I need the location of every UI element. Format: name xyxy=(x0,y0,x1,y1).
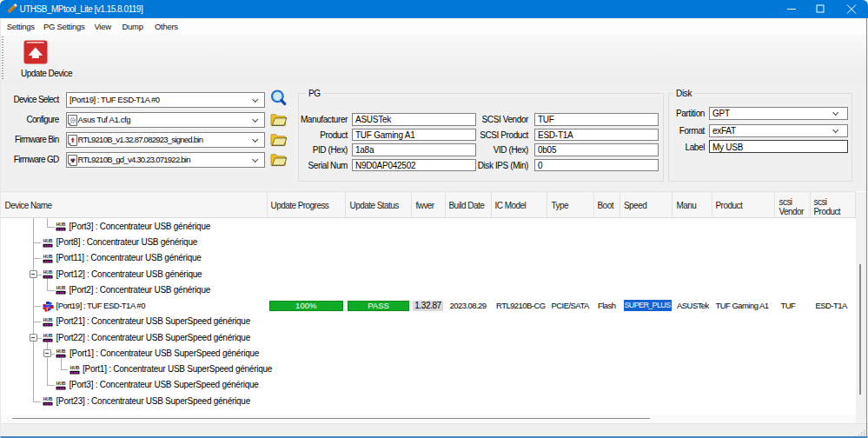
svg-text:HUB: HUB xyxy=(43,238,52,243)
svg-text:HUB: HUB xyxy=(43,269,52,275)
svg-text:HUB: HUB xyxy=(70,365,79,370)
svg-text:HUB: HUB xyxy=(56,381,66,386)
svg-text:HUB: HUB xyxy=(43,333,52,338)
svg-text:HUB: HUB xyxy=(43,396,52,402)
svg-text:HUB: HUB xyxy=(43,254,52,259)
svg-text:HUB: HUB xyxy=(56,285,66,290)
svg-text:HUB: HUB xyxy=(43,317,52,322)
svg-text:HUB: HUB xyxy=(56,222,66,227)
svg-text:HUB: HUB xyxy=(56,348,66,354)
